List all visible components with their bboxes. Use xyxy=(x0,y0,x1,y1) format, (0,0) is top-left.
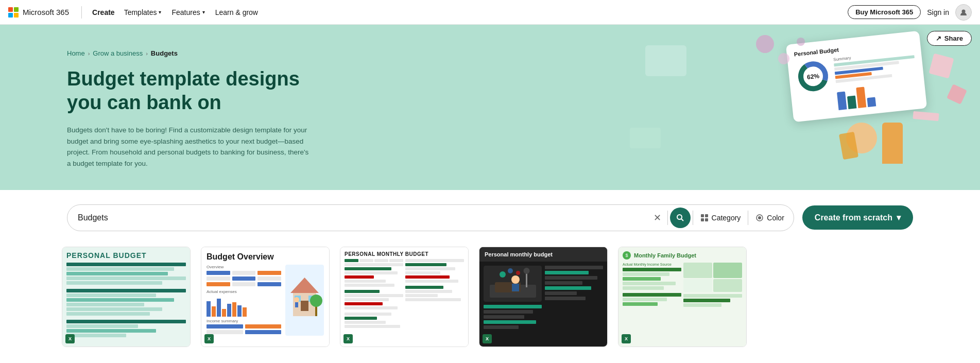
nav-separator xyxy=(81,6,82,19)
template-content: $ Monthly Family Budget Actual Monthly I… xyxy=(623,251,742,307)
template-card[interactable]: Budget Overview Overview Actual expenses xyxy=(201,247,330,347)
hero-text-area: Home › Grow a business › Budgets Budget … xyxy=(0,25,309,190)
template-card[interactable]: PERSONAL MONTHLY BUDGET xyxy=(340,247,469,347)
template-header: Personal monthly budget xyxy=(479,247,607,262)
template-title: Budget Overview xyxy=(207,252,324,262)
template-preview: $ Monthly Family Budget Actual Monthly I… xyxy=(618,247,746,347)
excel-badge: X xyxy=(622,334,631,343)
learn-grow-nav[interactable]: Learn & grow xyxy=(210,8,263,16)
breadcrumb-current: Budgets xyxy=(151,49,178,57)
brand-name: Microsoft 365 xyxy=(23,8,69,16)
hero-section: Home › Grow a business › Budgets Budget … xyxy=(0,25,980,190)
color-filter[interactable]: Color xyxy=(750,214,789,222)
template-icon: $ xyxy=(623,251,631,260)
share-label: Share xyxy=(944,34,963,42)
templates-section: PERSONAL BUDGET xyxy=(0,241,980,363)
hero-decorative: Personal Budget 62% Summary xyxy=(620,25,980,164)
template-rows xyxy=(66,263,186,337)
templates-grid: PERSONAL BUDGET xyxy=(62,247,918,347)
share-button[interactable]: ↗ Share xyxy=(927,31,972,46)
navigation: Microsoft 365 Create Templates ▾ Feature… xyxy=(0,0,980,25)
create-link[interactable]: Create xyxy=(88,8,119,16)
templates-nav[interactable]: Templates ▾ xyxy=(119,8,167,16)
deco-circle2 xyxy=(778,53,789,64)
template-card[interactable]: Personal monthly budget xyxy=(479,247,608,347)
breadcrumb: Home › Grow a business › Budgets xyxy=(67,49,309,57)
donut-percent: 62% xyxy=(806,72,819,80)
templates-nav-label: Templates xyxy=(124,8,157,16)
hero-description: Budgets don't have to be boring! Find a … xyxy=(67,125,309,169)
breadcrumb-home[interactable]: Home xyxy=(67,49,85,57)
search-button[interactable] xyxy=(670,208,691,228)
template-preview: Personal monthly budget xyxy=(479,247,607,347)
create-from-scratch-button[interactable]: Create from scratch ▾ xyxy=(802,205,913,230)
budget-card-visual: Personal Budget 62% Summary xyxy=(786,31,927,122)
svg-point-27 xyxy=(500,271,506,278)
svg-point-26 xyxy=(523,268,529,274)
deco-circle1 xyxy=(756,35,774,53)
svg-rect-9 xyxy=(705,218,708,221)
budget-card-table: Summary xyxy=(833,49,919,110)
breadcrumb-sep2: › xyxy=(146,50,148,57)
breadcrumb-sep1: › xyxy=(88,50,90,57)
svg-point-19 xyxy=(294,297,299,302)
deco-cylinder xyxy=(882,123,903,164)
signin-link[interactable]: Sign in xyxy=(927,8,949,16)
template-title: PERSONAL MONTHLY BUDGET xyxy=(345,251,464,257)
search-bar: ✕ Category Color xyxy=(67,204,794,231)
svg-marker-13 xyxy=(290,278,319,293)
svg-point-18 xyxy=(310,295,322,307)
template-content: Budget Overview Overview Actual expenses xyxy=(207,252,324,336)
template-title: Monthly Family Budget xyxy=(634,252,696,258)
svg-point-29 xyxy=(516,271,520,275)
templates-chevron-icon: ▾ xyxy=(159,9,161,15)
features-chevron-icon: ▾ xyxy=(202,9,205,15)
deco-shape-bar xyxy=(913,111,939,121)
svg-rect-7 xyxy=(705,214,708,217)
svg-rect-25 xyxy=(526,272,527,287)
avatar[interactable] xyxy=(955,4,972,21)
svg-point-28 xyxy=(508,268,513,273)
template-preview: Budget Overview Overview Actual expenses xyxy=(201,247,329,347)
template-content: PERSONAL MONTHLY BUDGET xyxy=(345,251,464,328)
microsoft365-logo[interactable]: Microsoft 365 xyxy=(8,7,69,18)
category-filter[interactable]: Category xyxy=(695,214,746,222)
svg-point-11 xyxy=(758,216,761,219)
color-label: Color xyxy=(767,214,784,222)
template-preview: PERSONAL MONTHLY BUDGET xyxy=(340,247,468,347)
excel-badge: X xyxy=(204,334,214,343)
clear-button[interactable]: ✕ xyxy=(649,212,665,223)
create-label: Create from scratch xyxy=(815,213,892,222)
create-chevron-icon: ▾ xyxy=(897,213,901,222)
filter-separator2 xyxy=(693,211,693,225)
svg-rect-6 xyxy=(701,214,704,217)
template-title: Personal monthly budget xyxy=(485,251,602,257)
features-nav[interactable]: Features ▾ xyxy=(166,8,210,16)
nav-right: Buy Microsoft 365 Sign in xyxy=(848,4,972,21)
deco-shape-pink2 xyxy=(947,84,967,105)
filter-separator3 xyxy=(748,211,748,225)
template-title: PERSONAL BUDGET xyxy=(66,251,186,260)
svg-point-23 xyxy=(511,275,520,284)
deco-light2 xyxy=(630,128,661,148)
logo-squares xyxy=(8,7,19,18)
breadcrumb-grow[interactable]: Grow a business xyxy=(93,49,143,57)
donut-chart: 62% xyxy=(795,58,831,95)
buy-button[interactable]: Buy Microsoft 365 xyxy=(848,5,921,19)
learn-grow-label: Learn & grow xyxy=(215,8,258,16)
deco-circle3 xyxy=(797,38,805,46)
svg-line-5 xyxy=(681,219,683,221)
features-nav-label: Features xyxy=(171,8,200,16)
deco-shape-pink xyxy=(929,54,954,79)
svg-rect-20 xyxy=(295,302,298,307)
svg-point-4 xyxy=(677,215,682,219)
template-content: PERSONAL BUDGET xyxy=(66,251,186,337)
template-preview: PERSONAL BUDGET xyxy=(62,247,190,347)
template-card[interactable]: $ Monthly Family Budget Actual Monthly I… xyxy=(618,247,747,347)
template-card[interactable]: PERSONAL BUDGET xyxy=(62,247,191,347)
search-input[interactable] xyxy=(78,213,649,222)
svg-rect-14 xyxy=(301,301,308,311)
hero-title: Budget template designs you can bank on xyxy=(67,67,309,114)
template-header: $ Monthly Family Budget xyxy=(623,251,742,260)
svg-rect-8 xyxy=(701,218,704,221)
